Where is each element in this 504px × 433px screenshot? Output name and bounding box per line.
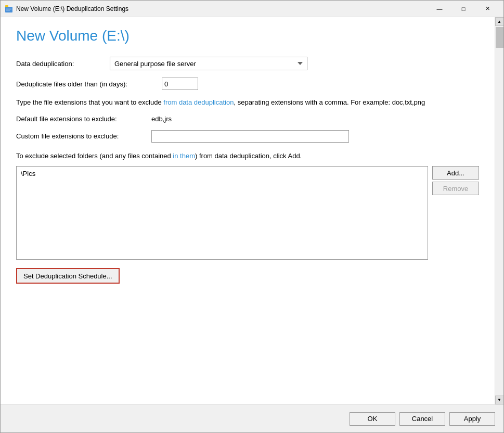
folder-list-container: \Pics Add... Remove	[16, 166, 479, 260]
scroll-thumb[interactable]	[496, 27, 503, 48]
window-controls: — □ ✕	[428, 1, 499, 17]
footer-bar: OK Cancel Apply	[1, 404, 503, 432]
custom-ext-row: Custom file extensions to exclude:	[16, 130, 479, 143]
custom-ext-input[interactable]	[151, 130, 349, 143]
add-button[interactable]: Add...	[432, 166, 479, 180]
main-content: New Volume (E:\) Data deduplication: Gen…	[1, 17, 495, 404]
extension-info-text: Type the file extensions that you want t…	[16, 97, 479, 108]
page-title: New Volume (E:\)	[16, 28, 479, 44]
folder-buttons: Add... Remove	[432, 166, 479, 260]
maximize-button[interactable]: □	[451, 1, 475, 17]
custom-ext-label: Custom file extensions to exclude:	[16, 132, 151, 140]
minimize-button[interactable]: —	[428, 1, 451, 17]
cancel-button[interactable]: Cancel	[399, 412, 445, 426]
svg-rect-0	[5, 7, 12, 12]
dedup-row: Data deduplication: General purpose file…	[16, 57, 479, 70]
title-bar: New Volume (E:\) Deduplication Settings …	[1, 1, 503, 17]
content-area: New Volume (E:\) Data deduplication: Gen…	[1, 17, 503, 404]
days-label: Deduplicate files older than (in days):	[16, 80, 162, 88]
days-row: Deduplicate files older than (in days):	[16, 78, 479, 90]
scrollbar: ▲ ▼	[495, 17, 503, 404]
default-ext-row: Default file extensions to exclude: edb,…	[16, 115, 479, 123]
svg-rect-2	[6, 8, 11, 8]
svg-rect-4	[6, 10, 10, 10]
folder-info-link: in them	[173, 152, 195, 160]
svg-rect-1	[5, 5, 8, 7]
dedup-label: Data deduplication:	[16, 60, 110, 68]
info-text-part2: , separating extensions with a comma. Fo…	[234, 98, 425, 106]
ok-button[interactable]: OK	[350, 412, 395, 426]
folder-info-part2: ) from data deduplication, click Add.	[195, 152, 302, 160]
remove-button[interactable]: Remove	[432, 182, 479, 195]
days-input[interactable]	[162, 78, 198, 90]
main-window: New Volume (E:\) Deduplication Settings …	[0, 0, 504, 433]
svg-rect-3	[6, 9, 11, 9]
folder-list: \Pics	[16, 166, 428, 260]
dedup-dropdown[interactable]: General purpose file server Hyper-V Back…	[110, 57, 307, 70]
info-text-part1: Type the file extensions that you want t…	[16, 98, 163, 106]
apply-button[interactable]: Apply	[449, 412, 495, 426]
folder-info-part1: To exclude selected folders (and any fil…	[16, 152, 173, 160]
list-item: \Pics	[19, 169, 425, 179]
scroll-down-arrow[interactable]: ▼	[495, 396, 504, 404]
close-button[interactable]: ✕	[475, 1, 499, 17]
window-icon	[5, 5, 13, 13]
schedule-button[interactable]: Set Deduplication Schedule...	[16, 268, 120, 284]
default-ext-value: edb,jrs	[151, 115, 172, 123]
default-ext-label: Default file extensions to exclude:	[16, 115, 151, 123]
title-text: New Volume (E:\) Deduplication Settings	[16, 5, 428, 12]
folder-info-text: To exclude selected folders (and any fil…	[16, 151, 479, 161]
scroll-up-arrow[interactable]: ▲	[495, 17, 504, 26]
folder-path: \Pics	[21, 170, 35, 177]
info-text-link: from data deduplication	[163, 98, 234, 106]
